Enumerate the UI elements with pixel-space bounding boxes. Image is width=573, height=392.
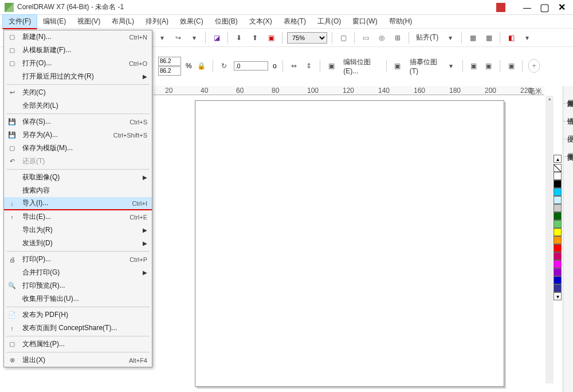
color-swatch-7[interactable] — [554, 228, 562, 236]
color-swatch-8[interactable] — [554, 236, 562, 244]
pdf-icon[interactable]: ▣ — [265, 32, 277, 44]
snap-label[interactable]: 贴齐(T) — [414, 33, 441, 42]
docker-tab-2[interactable]: ↗提示 — [563, 121, 573, 139]
docker-tab-3[interactable]: A文本属性 — [563, 139, 573, 157]
color-swatch-5[interactable] — [554, 212, 562, 220]
menu-item-label: 打印预览(R)... — [22, 281, 147, 291]
resample-icon[interactable]: ▣ — [484, 60, 494, 72]
trace-dropdown-icon[interactable]: ▾ — [446, 60, 456, 72]
color-swatch-3[interactable] — [554, 196, 562, 204]
file-menu-item-25[interactable]: 📄发布为 PDF(H) — [4, 308, 152, 322]
file-menu-item-15[interactable]: ↓导入(I)...Ctrl+I — [4, 197, 152, 210]
file-menu-item-8[interactable]: 💾保存(S)...Ctrl+S — [4, 115, 152, 128]
menu-item-2[interactable]: 视图(V) — [72, 15, 106, 28]
view3-icon[interactable]: ⊞ — [391, 32, 404, 44]
launch-icon[interactable]: ◧ — [505, 32, 517, 44]
file-menu-item-6[interactable]: 全部关闭(L) — [4, 99, 152, 112]
menu-item-6[interactable]: 位图(B) — [209, 15, 244, 28]
file-menu-item-5[interactable]: ↩关闭(C) — [4, 86, 152, 99]
color-swatch-12[interactable] — [554, 268, 562, 276]
file-menu-item-26[interactable]: ↑发布页面到 ConceptShare(T)... — [4, 322, 152, 335]
fullscreen-icon[interactable]: ▢ — [337, 32, 350, 44]
view2-icon[interactable]: ◎ — [375, 32, 388, 44]
color-swatch-6[interactable] — [554, 220, 562, 228]
file-menu-item-18[interactable]: 发送到(D)▶ — [4, 237, 152, 250]
redo-icon[interactable]: ↪ — [172, 32, 185, 44]
view1-icon[interactable]: ▭ — [359, 32, 372, 44]
file-menu-item-17[interactable]: 导出为(R)▶ — [4, 224, 152, 237]
edit-bitmap-button[interactable]: 编辑位图(E)... — [341, 57, 380, 75]
minimize-button[interactable]: — — [520, 2, 534, 13]
file-menu-item-28[interactable]: ▢文档属性(P)... — [4, 338, 152, 351]
height-input[interactable] — [158, 66, 181, 76]
menu-item-1[interactable]: 编辑(E) — [37, 15, 72, 28]
edit-bitmap-icon[interactable]: ▣ — [326, 60, 336, 72]
file-menu-item-9[interactable]: 💾另存为(A)...Ctrl+Shift+S — [4, 128, 152, 142]
tool-icon[interactable]: ◪ — [210, 32, 223, 44]
menu-item-9[interactable]: 工具(O) — [312, 15, 347, 28]
crop-icon[interactable]: ▣ — [468, 60, 478, 72]
menu-item-3[interactable]: 布局(L) — [106, 15, 140, 28]
color-swatch-9[interactable] — [554, 244, 562, 252]
trace-bitmap-button[interactable]: 描摹位图(T) — [407, 57, 442, 75]
palette-up-icon[interactable]: ▴ — [554, 155, 562, 163]
file-menu-item-0[interactable]: ▢新建(N)...Ctrl+N — [4, 30, 152, 44]
flip-v-icon[interactable]: ⇕ — [304, 60, 314, 72]
file-menu-item-16[interactable]: ↑导出(E)...Ctrl+E — [4, 210, 152, 224]
file-menu-item-21[interactable]: 合并打印(G)▶ — [4, 266, 152, 279]
canvas-page[interactable] — [195, 100, 504, 387]
file-menu-item-14[interactable]: 搜索内容 — [4, 184, 152, 197]
docker-tab-0[interactable]: ✦对象属性 — [563, 86, 573, 104]
color-swatch-1[interactable] — [554, 180, 562, 188]
zoom-select[interactable]: 75% — [287, 32, 327, 44]
file-menu-item-13[interactable]: 获取图像(Q)▶ — [4, 171, 152, 184]
options1-icon[interactable]: ▦ — [466, 32, 479, 44]
trace-bitmap-icon[interactable]: ▣ — [392, 60, 402, 72]
color-swatch-11[interactable] — [554, 260, 562, 268]
menu-item-4[interactable]: 排列(A) — [140, 15, 174, 28]
add-button[interactable]: + — [528, 59, 540, 73]
menu-item-11[interactable]: 帮助(H) — [383, 15, 418, 28]
snap-dropdown-icon[interactable]: ▾ — [444, 32, 457, 44]
file-menu-item-11[interactable]: ↶还原(T) — [4, 155, 152, 168]
color-swatch-2[interactable] — [554, 188, 562, 196]
file-menu-item-3[interactable]: 打开最近用过的文件(R)▶ — [4, 70, 152, 83]
import-icon[interactable]: ⬇ — [233, 32, 245, 44]
file-menu-item-1[interactable]: ▢从模板新建(F)... — [4, 44, 152, 57]
color-swatch-4[interactable] — [554, 204, 562, 212]
menu-item-8[interactable]: 表格(T) — [278, 15, 312, 28]
file-menu-item-22[interactable]: 🔍打印预览(R)... — [4, 279, 152, 292]
file-menu-item-20[interactable]: 🖨打印(P)...Ctrl+P — [4, 253, 152, 266]
wrap-icon[interactable]: ▣ — [506, 60, 516, 72]
rotation-input[interactable] — [234, 61, 268, 70]
file-menu-item-30[interactable]: ⊗退出(X)Alt+F4 — [4, 354, 152, 367]
menu-shortcut: Ctrl+P — [129, 256, 147, 263]
menu-item-7[interactable]: 文本(X) — [244, 15, 278, 28]
lock-icon[interactable]: 🔒 — [197, 60, 207, 72]
launch-dropdown-icon[interactable]: ▾ — [521, 32, 533, 44]
file-menu-item-23[interactable]: 收集用于输出(U)... — [4, 292, 152, 305]
redo-dropdown-icon[interactable]: ▾ — [188, 32, 201, 44]
color-swatch-13[interactable] — [554, 276, 562, 284]
undo-dropdown-icon[interactable]: ▾ — [156, 32, 168, 44]
menu-item-10[interactable]: 窗口(W) — [347, 15, 383, 28]
close-button[interactable]: ✕ — [555, 2, 568, 13]
color-swatch-0[interactable] — [554, 172, 562, 180]
width-input[interactable] — [158, 57, 181, 66]
flip-h-icon[interactable]: ⇔ — [289, 60, 299, 72]
palette-down-icon[interactable]: ▾ — [554, 292, 562, 300]
vertical-scrollbar[interactable]: ▴ — [545, 96, 554, 383]
menu-shortcut: Ctrl+I — [132, 200, 147, 207]
menu-item-0[interactable]: 文件(F) — [2, 14, 37, 29]
color-swatch-14[interactable] — [554, 284, 562, 292]
menu-item-5[interactable]: 效果(C) — [174, 15, 209, 28]
no-color-swatch[interactable] — [554, 164, 562, 172]
options2-icon[interactable]: ▦ — [482, 32, 495, 44]
color-swatch-10[interactable] — [554, 252, 562, 260]
maximize-button[interactable]: ▢ — [537, 2, 551, 13]
user-icon[interactable] — [496, 3, 505, 12]
export-icon[interactable]: ⬆ — [249, 32, 261, 44]
file-menu-item-2[interactable]: ▢打开(O)...Ctrl+O — [4, 57, 152, 70]
file-menu-item-10[interactable]: ▢保存为模版(M)... — [4, 142, 152, 155]
docker-tab-1[interactable]: ○透镜 — [563, 104, 573, 121]
